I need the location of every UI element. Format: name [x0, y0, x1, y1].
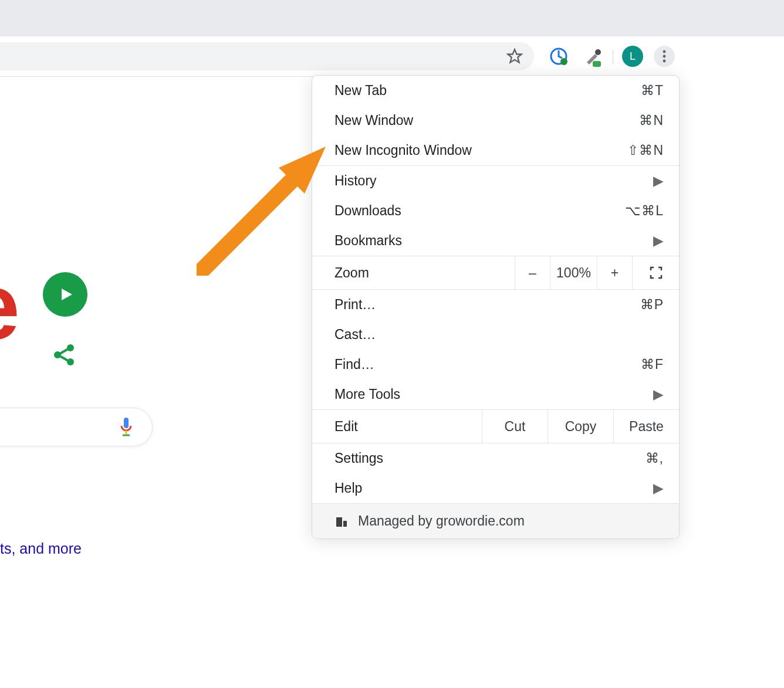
menu-settings[interactable]: Settings ⌘, [312, 443, 679, 473]
address-bar[interactable] [0, 42, 534, 70]
extension-icon-eyedropper[interactable] [582, 46, 603, 67]
menu-bookmarks[interactable]: Bookmarks ▶ [312, 226, 679, 256]
menu-new-tab[interactable]: New Tab ⌘T [312, 76, 679, 106]
menu-more-tools[interactable]: More Tools ▶ [312, 379, 679, 409]
bookmark-star-icon[interactable] [506, 48, 523, 65]
google-logo-fragment: e [0, 252, 19, 360]
svg-rect-13 [124, 418, 129, 428]
toolbar-divider [613, 50, 613, 65]
menu-zoom-label: Zoom [312, 257, 515, 289]
menu-shortcut: ⌥⌘L [625, 203, 664, 219]
share-icon[interactable] [52, 343, 76, 370]
menu-zoom-row: Zoom – 100% + [312, 256, 679, 290]
browser-main-menu: New Tab ⌘T New Window ⌘N New Incognito W… [312, 75, 680, 539]
menu-label: More Tools [334, 387, 400, 402]
menu-find[interactable]: Find… ⌘F [312, 350, 679, 379]
svg-marker-0 [508, 49, 521, 62]
menu-shortcut: ⌘F [641, 357, 664, 372]
managed-text: Managed by growordie.com [358, 513, 525, 529]
menu-label: Help [334, 480, 362, 496]
menu-label: New Tab [334, 83, 387, 99]
chevron-right-icon: ▶ [653, 387, 664, 402]
kebab-icon [663, 50, 666, 63]
zoom-in-button[interactable]: + [597, 256, 632, 289]
menu-history[interactable]: History ▶ [312, 166, 679, 196]
play-doodle-icon[interactable] [43, 272, 87, 317]
fullscreen-icon [650, 266, 663, 279]
svg-point-4 [595, 49, 601, 55]
chevron-right-icon: ▶ [653, 480, 664, 496]
extension-icon-1[interactable] [548, 46, 569, 67]
menu-new-window[interactable]: New Window ⌘N [312, 106, 679, 135]
menu-downloads[interactable]: Downloads ⌥⌘L [312, 196, 679, 226]
menu-edit-label: Edit [312, 411, 482, 443]
svg-rect-5 [593, 61, 601, 67]
menu-label: New Incognito Window [334, 143, 472, 158]
menu-label: Cast… [334, 327, 376, 343]
menu-shortcut: ⌘T [641, 83, 664, 99]
edit-paste-button[interactable]: Paste [613, 410, 679, 443]
menu-cast[interactable]: Cast… [312, 320, 679, 350]
menu-label: Bookmarks [334, 233, 402, 249]
svg-point-7 [663, 55, 666, 58]
menu-help[interactable]: Help ▶ [312, 473, 679, 503]
browser-menu-button[interactable] [654, 46, 675, 67]
microphone-icon[interactable] [118, 416, 134, 438]
menu-label: History [334, 173, 377, 189]
fullscreen-button[interactable] [632, 256, 679, 289]
menu-label: Find… [334, 357, 374, 372]
svg-marker-9 [62, 289, 72, 300]
google-search-box[interactable] [0, 408, 153, 446]
svg-rect-3 [562, 60, 566, 63]
menu-shortcut: ⌘N [639, 113, 664, 128]
page-link-fragment[interactable]: ts, and more [0, 540, 82, 557]
menu-label: Print… [334, 297, 376, 313]
annotation-arrow [197, 147, 326, 276]
menu-label: Settings [334, 450, 383, 466]
chevron-right-icon: ▶ [653, 173, 664, 189]
zoom-value: 100% [550, 256, 597, 289]
svg-point-8 [663, 60, 666, 63]
menu-shortcut: ⇧⌘N [627, 143, 664, 158]
building-icon [334, 514, 349, 528]
svg-point-6 [663, 50, 666, 53]
zoom-out-button[interactable]: – [515, 256, 550, 289]
menu-label: New Window [334, 113, 413, 128]
menu-shortcut: ⌘, [646, 450, 664, 466]
menu-shortcut: ⌘P [640, 297, 664, 313]
edit-cut-button[interactable]: Cut [482, 410, 548, 443]
menu-print[interactable]: Print… ⌘P [312, 290, 679, 320]
menu-edit-row: Edit Cut Copy Paste [312, 410, 679, 443]
chevron-right-icon: ▶ [653, 233, 664, 249]
profile-initial: L [630, 50, 636, 63]
profile-avatar[interactable]: L [622, 46, 643, 67]
menu-new-incognito[interactable]: New Incognito Window ⇧⌘N [312, 135, 679, 165]
menu-managed-footer[interactable]: Managed by growordie.com [312, 503, 679, 538]
browser-tab-strip [0, 0, 784, 36]
edit-copy-button[interactable]: Copy [548, 410, 613, 443]
menu-label: Downloads [334, 203, 401, 219]
